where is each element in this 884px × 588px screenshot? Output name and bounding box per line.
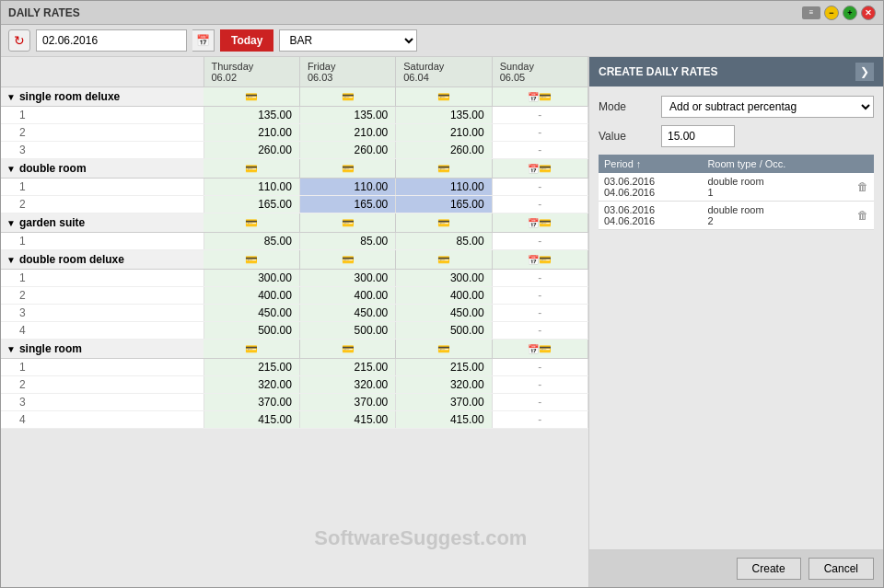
room-type-icon-cell: 📅💳 bbox=[492, 87, 587, 107]
rate-cell[interactable]: 370.00 bbox=[299, 394, 395, 411]
rate-cell[interactable]: 415.00 bbox=[204, 411, 299, 429]
rate-cell[interactable]: 110.00 bbox=[299, 179, 395, 196]
cancel-button[interactable]: Cancel bbox=[808, 558, 874, 580]
rate-cell[interactable]: 500.00 bbox=[396, 322, 492, 340]
table-row: 1300.00300.00300.00- bbox=[1, 270, 588, 287]
date-fri: 06.03 bbox=[308, 72, 388, 83]
rate-cell[interactable]: 85.00 bbox=[396, 233, 492, 250]
rate-cell[interactable]: 300.00 bbox=[204, 270, 299, 287]
rate-cell[interactable]: 500.00 bbox=[299, 322, 395, 340]
minimize-button[interactable]: − bbox=[824, 6, 839, 20]
room-type-icon-cell: 💳 bbox=[396, 87, 492, 107]
table-row: 2210.00210.00210.00- bbox=[1, 124, 588, 142]
rate-cell[interactable]: 370.00 bbox=[396, 394, 492, 411]
rate-cell[interactable]: 500.00 bbox=[204, 322, 299, 340]
room-type-icon-cell: 💳 bbox=[396, 159, 492, 179]
rate-cell[interactable]: 165.00 bbox=[204, 196, 299, 213]
table-row: 185.0085.0085.00- bbox=[1, 233, 588, 250]
window-controls: ≡ − + ✕ bbox=[802, 6, 876, 20]
rate-cell[interactable]: 300.00 bbox=[299, 270, 395, 287]
rate-cell: - bbox=[492, 287, 587, 305]
rate-cell[interactable]: 320.00 bbox=[299, 376, 395, 394]
rate-cell[interactable]: 135.00 bbox=[396, 107, 492, 124]
rate-cell[interactable]: 110.00 bbox=[396, 179, 492, 196]
room-type-label[interactable]: ▼double room deluxe bbox=[1, 250, 204, 270]
rate-cell: - bbox=[492, 359, 587, 376]
rate-cell[interactable]: 110.00 bbox=[204, 179, 299, 196]
back-button[interactable]: ❯ bbox=[855, 63, 874, 81]
room-type-icon-cell: 💳 bbox=[396, 340, 492, 359]
room-type-label[interactable]: ▼single room bbox=[1, 340, 204, 359]
rate-cell[interactable]: 260.00 bbox=[204, 142, 299, 159]
bar-select[interactable]: BAR bbox=[279, 29, 417, 52]
period-col-header: Period ↑ bbox=[599, 155, 702, 173]
create-rates-panel: CREATE DAILY RATES ❯ Mode Add or subtrac… bbox=[588, 57, 883, 587]
rate-cell[interactable]: 85.00 bbox=[299, 233, 395, 250]
menu-icon[interactable]: ≡ bbox=[802, 6, 820, 19]
rate-cell[interactable]: 215.00 bbox=[299, 359, 395, 376]
rate-cell[interactable]: 165.00 bbox=[299, 196, 395, 213]
room-type-icon-cell: 💳 bbox=[299, 159, 395, 179]
period-delete-cell: 🗑 bbox=[852, 173, 874, 202]
rate-cell[interactable]: 85.00 bbox=[204, 233, 299, 250]
col-header-sat: Saturday 06.04 bbox=[396, 57, 492, 87]
room-type-row: ▼single room deluxe💳💳💳📅💳 bbox=[1, 87, 588, 107]
rate-cell[interactable]: 320.00 bbox=[396, 376, 492, 394]
occupancy-label: 1 bbox=[1, 270, 204, 287]
rate-table: Thursday 06.02 Friday 06.03 Saturday 06.… bbox=[1, 57, 588, 429]
occupancy-label: 2 bbox=[1, 196, 204, 213]
rate-cell[interactable]: 260.00 bbox=[396, 142, 492, 159]
rate-cell[interactable]: 260.00 bbox=[299, 142, 395, 159]
day-fri: Friday bbox=[308, 61, 388, 72]
room-type-label[interactable]: ▼single room deluxe bbox=[1, 87, 204, 107]
rate-cell[interactable]: 300.00 bbox=[396, 270, 492, 287]
rate-cell[interactable]: 415.00 bbox=[299, 411, 395, 429]
room-type-icon-cell: 📅💳 bbox=[492, 250, 587, 270]
rate-cell[interactable]: 450.00 bbox=[299, 305, 395, 322]
close-button[interactable]: ✕ bbox=[861, 6, 876, 20]
today-button[interactable]: Today bbox=[220, 29, 273, 52]
period-dates: 03.06.201604.06.2016 bbox=[599, 173, 702, 202]
room-name-header bbox=[1, 57, 204, 87]
rate-cell[interactable]: 450.00 bbox=[396, 305, 492, 322]
rate-cell[interactable]: 210.00 bbox=[396, 124, 492, 142]
mode-select[interactable]: Add or subtract percentag bbox=[661, 96, 874, 118]
window-title: DAILY RATES bbox=[8, 6, 80, 19]
rate-cell[interactable]: 215.00 bbox=[396, 359, 492, 376]
period-row: 03.06.201604.06.2016double room1🗑 bbox=[599, 173, 874, 202]
room-type-icon-cell: 📅💳 bbox=[492, 340, 587, 359]
value-input[interactable] bbox=[661, 125, 735, 147]
rate-cell[interactable]: 165.00 bbox=[396, 196, 492, 213]
rate-cell[interactable]: 210.00 bbox=[299, 124, 395, 142]
date-input[interactable] bbox=[36, 29, 187, 52]
create-button[interactable]: Create bbox=[737, 558, 801, 580]
value-row: Value bbox=[599, 125, 874, 147]
room-type-col-header: Room type / Occ. bbox=[702, 155, 852, 173]
rate-cell[interactable]: 400.00 bbox=[299, 287, 395, 305]
room-type-label[interactable]: ▼double room bbox=[1, 159, 204, 179]
rate-cell[interactable]: 135.00 bbox=[299, 107, 395, 124]
rate-cell[interactable]: 135.00 bbox=[204, 107, 299, 124]
occupancy-label: 1 bbox=[1, 179, 204, 196]
occupancy-label: 4 bbox=[1, 322, 204, 340]
rate-cell[interactable]: 415.00 bbox=[396, 411, 492, 429]
refresh-button[interactable]: ↻ bbox=[8, 29, 30, 52]
rate-cell[interactable]: 210.00 bbox=[204, 124, 299, 142]
rate-cell[interactable]: 400.00 bbox=[396, 287, 492, 305]
delete-period-button[interactable]: 🗑 bbox=[857, 209, 868, 222]
rate-cell[interactable]: 370.00 bbox=[204, 394, 299, 411]
rate-cell[interactable]: 215.00 bbox=[204, 359, 299, 376]
rate-cell[interactable]: 320.00 bbox=[204, 376, 299, 394]
delete-period-button[interactable]: 🗑 bbox=[857, 180, 868, 193]
occupancy-label: 1 bbox=[1, 233, 204, 250]
rate-cell: - bbox=[492, 196, 587, 213]
room-type-icon-cell: 💳 bbox=[299, 250, 395, 270]
calendar-icon[interactable]: 📅 bbox=[192, 29, 215, 52]
rate-cell[interactable]: 450.00 bbox=[204, 305, 299, 322]
date-sat: 06.04 bbox=[403, 72, 483, 83]
room-type-label[interactable]: ▼garden suite bbox=[1, 213, 204, 233]
maximize-button[interactable]: + bbox=[843, 6, 857, 20]
rate-table-wrapper[interactable]: Thursday 06.02 Friday 06.03 Saturday 06.… bbox=[1, 57, 588, 587]
rate-cell[interactable]: 400.00 bbox=[204, 287, 299, 305]
table-row: 1135.00135.00135.00- bbox=[1, 107, 588, 124]
